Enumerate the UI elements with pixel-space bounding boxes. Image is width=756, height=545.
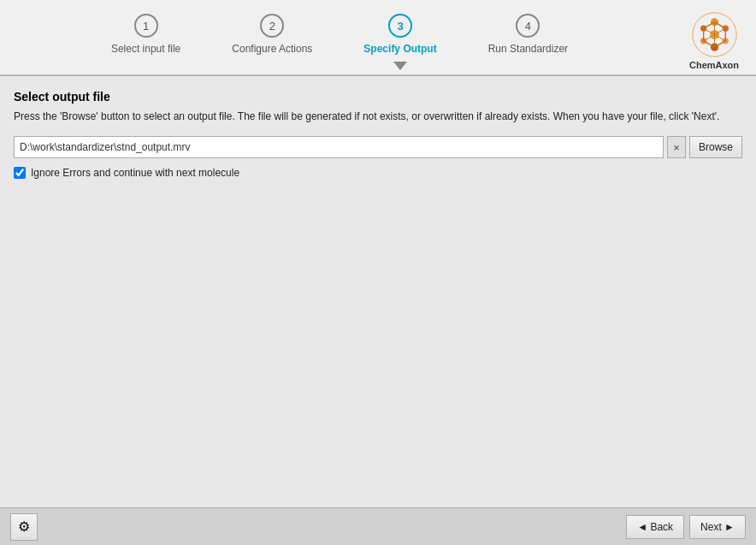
- gear-icon: ⚙: [18, 518, 30, 535]
- step-2: 2 Configure Actions: [232, 14, 312, 55]
- step-2-circle: 2: [260, 14, 284, 38]
- footer-right: ◄ Back Next ►: [626, 515, 746, 539]
- output-file-input[interactable]: [14, 136, 664, 158]
- chemaxon-logo: [691, 11, 738, 58]
- step-3-label: Specify Output: [363, 43, 436, 55]
- ignore-errors-checkbox[interactable]: [14, 167, 26, 179]
- wizard-header: 1 Select input file 2 Configure Actions …: [0, 0, 756, 75]
- step-4: 4 Run Standardizer: [488, 14, 568, 55]
- gear-button[interactable]: ⚙: [10, 513, 38, 541]
- ignore-errors-row: Ignore Errors and continue with next mol…: [14, 167, 742, 179]
- step-1-circle: 1: [134, 14, 158, 38]
- step-3: 3 Specify Output: [363, 14, 436, 55]
- section-description: Press the 'Browse' button to select an o…: [14, 109, 742, 124]
- main-content: Select output file Press the 'Browse' bu…: [0, 75, 756, 507]
- clear-button[interactable]: ×: [667, 136, 686, 158]
- next-button[interactable]: Next ►: [689, 515, 746, 539]
- logo-text: ChemAxon: [689, 60, 739, 70]
- logo-area: ChemAxon: [679, 7, 756, 74]
- step-1-label: Select input file: [111, 43, 180, 55]
- step-1: 1 Select input file: [111, 14, 180, 55]
- footer-left: ⚙: [10, 513, 38, 541]
- step-3-circle: 3: [388, 14, 412, 38]
- step-4-label: Run Standardizer: [488, 43, 568, 55]
- step-2-label: Configure Actions: [232, 43, 312, 55]
- file-selection-row: × Browse: [14, 136, 742, 158]
- footer: ⚙ ◄ Back Next ►: [0, 507, 756, 545]
- wizard-steps: 1 Select input file 2 Configure Actions …: [0, 7, 679, 55]
- browse-button[interactable]: Browse: [689, 136, 742, 158]
- step-4-circle: 4: [516, 14, 540, 38]
- ignore-errors-label: Ignore Errors and continue with next mol…: [31, 167, 239, 179]
- back-button[interactable]: ◄ Back: [626, 515, 684, 539]
- section-title: Select output file: [14, 90, 742, 104]
